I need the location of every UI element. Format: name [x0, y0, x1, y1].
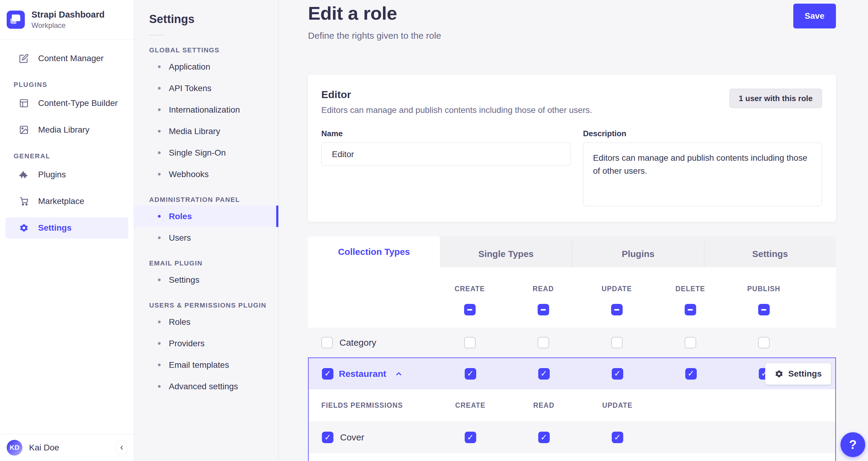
subnav-item-label: Email templates — [169, 360, 229, 370]
sidebar-section-general: GENERAL — [13, 152, 134, 160]
cover-update-checkbox[interactable] — [612, 432, 623, 443]
settings-subnav: Settings GLOBAL SETTINGS Application API… — [134, 0, 279, 461]
fields-column-header-read: READ — [507, 401, 581, 409]
sidebar-item-content-type-builder[interactable]: Content-Type Builder — [5, 90, 128, 117]
fields-column-header-create: CREATE — [434, 401, 507, 409]
restaurant-create-checkbox[interactable] — [465, 368, 476, 380]
category-read-checkbox[interactable] — [538, 337, 549, 348]
sidebar-item-plugins[interactable]: Plugins — [5, 161, 128, 188]
role-description-text: Editors can manage and publish contents … — [321, 105, 592, 115]
sidebar-collapse-button[interactable] — [116, 440, 127, 455]
column-header-publish: PUBLISH — [727, 285, 801, 293]
description-field-label: Description — [583, 129, 822, 138]
sidebar-item-content-manager[interactable]: Content Manager — [5, 45, 128, 72]
subnav-item-label: Media Library — [169, 126, 220, 136]
cover-create-checkbox[interactable] — [465, 432, 476, 443]
row-label[interactable]: Category — [339, 338, 376, 348]
name-input[interactable] — [321, 143, 571, 166]
sidebar-item-marketplace[interactable]: Marketplace — [5, 188, 128, 214]
bullet-icon — [158, 279, 161, 281]
permissions-table: CREATE READ UPDATE DELETE PUBLISH — [308, 267, 836, 461]
bullet-icon — [158, 236, 161, 239]
subnav-item-api-tokens[interactable]: API Tokens — [134, 78, 278, 99]
tab-plugins[interactable]: Plugins — [572, 241, 704, 267]
tab-single-types[interactable]: Single Types — [440, 241, 572, 267]
select-all-create-checkbox[interactable] — [464, 304, 475, 315]
restaurant-delete-checkbox[interactable] — [685, 368, 697, 380]
subnav-item-up-roles[interactable]: Roles — [134, 311, 278, 333]
fields-permissions-header: FIELDS PERMISSIONS CREATE READ UPDATE — [309, 389, 835, 421]
subnav-item-roles[interactable]: Roles — [134, 205, 278, 227]
sidebar-item-label: Content Manager — [38, 54, 103, 63]
subnav-item-media-library[interactable]: Media Library — [134, 120, 278, 142]
fields-column-header-update: UPDATE — [581, 401, 654, 409]
role-details-card: Editor Editors can manage and publish co… — [308, 75, 836, 222]
sidebar-item-label: Media Library — [38, 125, 90, 135]
brand-subtitle: Workplace — [31, 21, 105, 30]
subnav-section-email-plugin: EMAIL PLUGIN — [149, 259, 278, 267]
description-textarea[interactable]: Editors can manage and publish contents … — [583, 143, 822, 206]
category-create-checkbox[interactable] — [464, 337, 475, 348]
save-button[interactable]: Save — [793, 4, 836, 28]
role-card-heading: Editor Editors can manage and publish co… — [321, 89, 592, 115]
subnav-item-label: API Tokens — [169, 84, 212, 93]
chevron-up-icon[interactable] — [395, 370, 403, 378]
cover-row-checkbox[interactable] — [322, 432, 333, 443]
restaurant-row-checkbox[interactable] — [322, 368, 333, 380]
users-with-role-button[interactable]: 1 user with this role — [730, 89, 822, 108]
tab-collection-types[interactable]: Collection Types — [308, 236, 440, 267]
bullet-icon — [158, 321, 161, 323]
avatar[interactable]: KD — [7, 440, 22, 456]
select-all-read-checkbox[interactable] — [538, 304, 549, 315]
subnav-item-providers[interactable]: Providers — [134, 333, 278, 354]
permissions-column-labels: CREATE READ UPDATE DELETE PUBLISH — [308, 285, 836, 293]
sidebar-item-label: Plugins — [38, 170, 66, 179]
bullet-icon — [158, 130, 161, 133]
sidebar-footer: KD Kai Doe — [0, 434, 134, 461]
restaurant-read-checkbox[interactable] — [538, 368, 550, 380]
permissions-column-master-checkboxes — [308, 304, 836, 315]
subnav-item-application[interactable]: Application — [134, 56, 278, 78]
role-form-fields: Name Description Editors can manage and … — [321, 129, 822, 207]
subnav-section-users-permissions-plugin: USERS & PERMISSIONS PLUGIN — [149, 301, 278, 309]
brand[interactable]: Strapi Dashboard Workplace — [0, 0, 134, 40]
subnav-item-single-sign-on[interactable]: Single Sign-On — [134, 142, 278, 164]
sidebar-item-media-library[interactable]: Media Library — [5, 117, 128, 143]
select-all-delete-checkbox[interactable] — [685, 304, 696, 315]
subnav-item-webhooks[interactable]: Webhooks — [134, 164, 278, 185]
subnav-item-label: Advanced settings — [169, 382, 238, 392]
select-all-update-checkbox[interactable] — [611, 304, 623, 315]
gear-icon — [775, 369, 783, 378]
subnav-item-label: Providers — [169, 339, 205, 348]
tab-settings[interactable]: Settings — [704, 241, 836, 267]
strapi-logo-icon — [7, 10, 25, 29]
chevron-left-icon — [118, 444, 125, 451]
help-button[interactable]: ? — [840, 432, 865, 457]
sidebar-item-label: Settings — [38, 223, 71, 233]
page-title: Edit a role — [308, 2, 441, 24]
column-header-read: READ — [506, 285, 580, 293]
subnav-item-email-settings[interactable]: Settings — [134, 269, 278, 291]
subnav-item-label: Users — [169, 233, 191, 243]
restaurant-update-checkbox[interactable] — [612, 368, 623, 380]
cart-icon — [19, 196, 29, 206]
subnav-item-users[interactable]: Users — [134, 227, 278, 249]
category-publish-checkbox[interactable] — [758, 337, 770, 348]
cover-read-checkbox[interactable] — [538, 432, 550, 443]
bullet-icon — [158, 65, 161, 68]
sidebar-item-label: Marketplace — [38, 197, 85, 206]
sidebar-item-settings[interactable]: Settings — [5, 217, 128, 238]
subnav-item-internationalization[interactable]: Internationalization — [134, 99, 278, 120]
restaurant-expanded-group: Restaurant Setting — [308, 357, 836, 461]
category-update-checkbox[interactable] — [611, 337, 623, 348]
category-row-checkbox[interactable] — [321, 337, 333, 348]
category-delete-checkbox[interactable] — [685, 337, 696, 348]
row-label[interactable]: Restaurant — [339, 369, 386, 379]
select-all-publish-checkbox[interactable] — [758, 304, 770, 315]
subnav-section-administration-panel: ADMINISTRATION PANEL — [149, 196, 278, 204]
row-label: Cover — [340, 432, 364, 442]
subnav-item-email-templates[interactable]: Email templates — [134, 354, 278, 376]
subnav-item-advanced-settings[interactable]: Advanced settings — [134, 376, 278, 397]
brand-title: Strapi Dashboard — [31, 10, 105, 20]
restaurant-settings-button[interactable]: Settings — [765, 363, 831, 385]
